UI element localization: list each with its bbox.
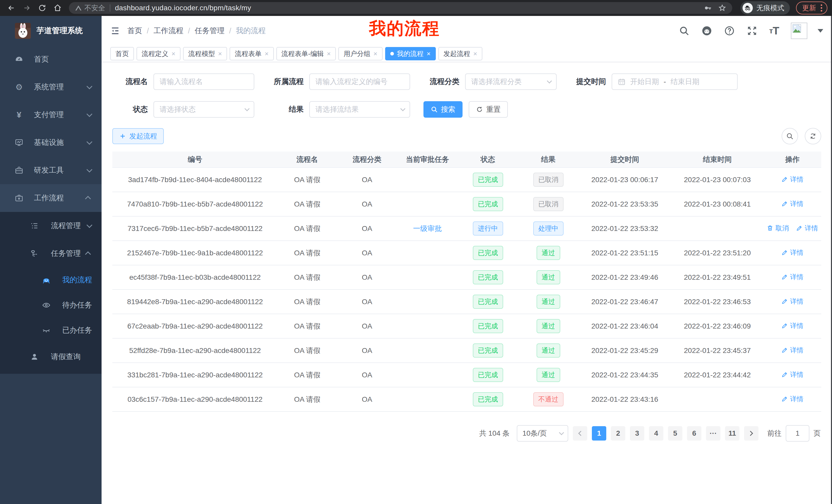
- detail-button[interactable]: 详情: [781, 370, 803, 379]
- result-badge: 处理中: [533, 221, 564, 235]
- detail-button[interactable]: 详情: [781, 297, 803, 306]
- status-badge: 已完成: [473, 197, 503, 211]
- sidebar-item-infra[interactable]: 基础设施: [0, 129, 102, 157]
- url-text[interactable]: dashboard.yudao.iocoder.cn/bpm/task/my: [115, 4, 251, 12]
- browser-menu-icon[interactable]: [821, 4, 822, 11]
- tab-process-form[interactable]: 流程表单×: [230, 47, 274, 60]
- page-button[interactable]: 5: [668, 426, 682, 441]
- tab-process-form-edit[interactable]: 流程表单-编辑×: [277, 47, 336, 60]
- close-icon[interactable]: ×: [172, 50, 175, 57]
- font-size-icon[interactable]: тT: [769, 25, 779, 37]
- cell-id: 2152467e-7b9b-11ec-9a1b-acde48001122: [112, 241, 278, 265]
- avatar-dropdown-caret-icon[interactable]: [817, 29, 823, 33]
- status-select[interactable]: 请选择状态: [154, 101, 254, 118]
- breadcrumb-item[interactable]: 工作流程: [154, 26, 183, 36]
- sidebar-item-process-mgmt[interactable]: 流程管理: [0, 212, 102, 240]
- page-button[interactable]: 6: [687, 426, 701, 441]
- start-process-button[interactable]: 发起流程: [112, 128, 164, 144]
- password-key-icon[interactable]: [704, 4, 712, 12]
- pagination: 共 104 条 10条/页 1 2 3 4 5 6 ··· 11 前往 页: [112, 425, 821, 442]
- sidebar-item-system[interactable]: ⚙ 系统管理: [0, 73, 102, 101]
- update-button[interactable]: 更新: [796, 2, 827, 15]
- close-icon[interactable]: ×: [427, 50, 431, 57]
- page-button[interactable]: 4: [649, 426, 663, 441]
- table-search-button[interactable]: [782, 128, 798, 144]
- close-icon[interactable]: ×: [373, 50, 377, 57]
- sidebar-item-task-mgmt[interactable]: 任务管理: [0, 240, 102, 268]
- github-icon[interactable]: [701, 25, 712, 36]
- sidebar-item-done-tasks[interactable]: 已办任务: [0, 318, 102, 343]
- detail-button[interactable]: 详情: [781, 248, 803, 257]
- detail-button[interactable]: 详情: [781, 321, 803, 330]
- chevron-down-icon: [559, 430, 564, 435]
- close-icon[interactable]: ×: [473, 50, 477, 57]
- forward-icon[interactable]: [20, 1, 33, 15]
- detail-button[interactable]: 详情: [796, 224, 818, 233]
- table-row: 819442e8-7b9a-11ec-a290-acde48001122 OA …: [112, 289, 821, 314]
- home-icon[interactable]: [51, 1, 64, 15]
- table-row: ec45f38f-7b9a-11ec-b03b-acde48001122 OA …: [112, 265, 821, 289]
- cell-current-task: [397, 265, 458, 289]
- breadcrumb-item[interactable]: 首页: [127, 26, 142, 36]
- page-size-select[interactable]: 10条/页: [517, 425, 568, 442]
- security-label[interactable]: 不安全: [84, 3, 105, 12]
- process-category-select[interactable]: 请选择流程分类: [465, 74, 557, 90]
- current-task-link[interactable]: 一级审批: [413, 225, 442, 232]
- sidebar-item-pay[interactable]: ¥ 支付管理: [0, 101, 102, 129]
- help-icon[interactable]: [724, 25, 735, 36]
- reset-button[interactable]: 重置: [469, 101, 508, 118]
- detail-button[interactable]: 详情: [781, 175, 803, 184]
- detail-button[interactable]: 详情: [781, 346, 803, 355]
- result-select[interactable]: 请选择流结果: [309, 101, 410, 118]
- more-pages-button[interactable]: ···: [706, 426, 721, 441]
- avatar[interactable]: [791, 23, 807, 39]
- app-logo-block[interactable]: 芋道管理系统: [0, 16, 102, 46]
- sidebar-item-home[interactable]: 首页: [0, 46, 102, 73]
- page-button[interactable]: 3: [630, 426, 644, 441]
- jump-page-input[interactable]: [786, 425, 809, 442]
- back-icon[interactable]: [5, 1, 18, 15]
- cancel-button[interactable]: 取消: [767, 224, 789, 233]
- submit-time-range-picker[interactable]: 开始日期 - 结束日期: [612, 74, 738, 90]
- reload-icon[interactable]: [35, 1, 49, 15]
- sidebar-item-todo-tasks[interactable]: 待办任务: [0, 292, 102, 318]
- detail-button[interactable]: 详情: [781, 273, 803, 282]
- chevron-down-icon: [244, 106, 250, 111]
- cell-id: 52ffd28e-7b9a-11ec-a290-acde48001122: [112, 338, 278, 363]
- tab-process-model[interactable]: 流程模型×: [183, 47, 227, 60]
- cell-current-task: [397, 314, 458, 338]
- sidebar-item-workflow[interactable]: 工作流程: [0, 184, 102, 212]
- close-icon[interactable]: ×: [218, 50, 222, 57]
- cell-submit-time: 2022-01-22 23:43:16: [578, 387, 671, 412]
- close-icon[interactable]: ×: [327, 50, 331, 57]
- fullscreen-icon[interactable]: [747, 25, 757, 36]
- tab-start-process[interactable]: 发起流程×: [438, 47, 482, 60]
- sidebar-fold-icon[interactable]: [110, 26, 120, 36]
- tab-my-process[interactable]: 我的流程×: [385, 47, 436, 60]
- next-page-button[interactable]: [744, 426, 758, 441]
- process-definition-input[interactable]: 请输入流程定义的编号: [309, 74, 410, 90]
- process-name-input[interactable]: 请输入流程名: [154, 74, 254, 90]
- search-button[interactable]: 搜索: [423, 101, 463, 118]
- table-refresh-button[interactable]: [805, 128, 821, 144]
- sidebar-item-devtools[interactable]: 研发工具: [0, 157, 102, 184]
- cell-category: OA: [337, 363, 397, 387]
- sidebar-item-leave-query[interactable]: 请假查询: [0, 343, 102, 371]
- bookmark-star-icon[interactable]: [718, 4, 726, 12]
- page-button[interactable]: 1: [592, 426, 606, 441]
- tab-process-definition[interactable]: 流程定义×: [136, 47, 181, 60]
- breadcrumb-item[interactable]: 任务管理: [194, 26, 225, 36]
- detail-button[interactable]: 详情: [781, 199, 803, 208]
- page-button[interactable]: 11: [725, 426, 739, 441]
- detail-button[interactable]: 详情: [781, 395, 803, 403]
- page-button[interactable]: 2: [611, 426, 625, 441]
- tab-user-group[interactable]: 用户分组×: [338, 47, 382, 60]
- close-icon[interactable]: ×: [265, 50, 268, 57]
- search-icon[interactable]: [679, 25, 690, 36]
- chevron-left-icon: [578, 431, 583, 436]
- sidebar-item-my-process[interactable]: 我的流程: [0, 268, 102, 292]
- tab-home[interactable]: 首页: [110, 47, 134, 60]
- address-bar[interactable]: 不安全 dashboard.yudao.iocoder.cn/bpm/task/…: [69, 2, 732, 14]
- cell-name: OA 请假: [278, 216, 337, 241]
- prev-page-button[interactable]: [573, 426, 587, 441]
